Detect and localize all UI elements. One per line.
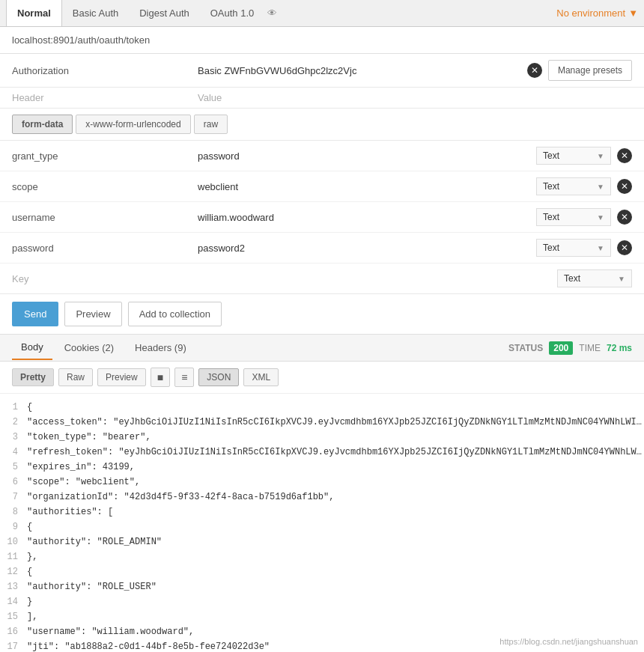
tab-digest-auth[interactable]: Digest Auth <box>129 0 200 26</box>
type-select-grant-type[interactable]: Text ▼ <box>536 147 611 165</box>
chevron-down-icon: ▼ <box>597 183 604 191</box>
list-item: 13 "authority": "ROLE_USER" <box>0 579 644 594</box>
table-row: scope webclient Text ▼ ✕ <box>0 171 644 202</box>
raw-view-button[interactable]: Raw <box>58 368 93 386</box>
tab-headers[interactable]: Headers (9) <box>126 336 195 359</box>
list-item: 12 { <box>0 564 644 579</box>
preview-button[interactable]: Preview <box>64 302 121 326</box>
chevron-down-icon: ▼ <box>597 152 604 160</box>
delete-username-button[interactable]: ✕ <box>617 210 632 225</box>
body-type-tabs: form-data x-www-form-urlencoded raw <box>0 109 644 141</box>
response-toolbar: Pretty Raw Preview ■ ≡ JSON XML <box>0 362 644 394</box>
list-item: 10 "authority": "ROLE_ADMIN" <box>0 534 644 549</box>
chevron-down-icon: ▼ <box>618 275 625 283</box>
tab-raw[interactable]: raw <box>194 115 228 134</box>
action-bar: Send Preview Add to collection <box>0 294 644 335</box>
chevron-down-icon: ▼ <box>597 244 604 252</box>
tab-oauth1[interactable]: OAuth 1.0 <box>200 0 265 26</box>
xml-format-button[interactable]: XML <box>243 368 279 386</box>
list-item: 15 ], <box>0 609 644 624</box>
type-select-scope[interactable]: Text ▼ <box>536 177 611 195</box>
auth-clear-button[interactable]: ✕ <box>527 63 542 78</box>
type-select-username[interactable]: Text ▼ <box>536 208 611 226</box>
square-icon-button[interactable]: ■ <box>151 368 170 387</box>
header-col-value: Value <box>198 92 632 103</box>
tab-body[interactable]: Body <box>12 335 52 360</box>
delete-grant-type-button[interactable]: ✕ <box>617 148 632 163</box>
url-text: localhost:8901/auth/oauth/token <box>12 34 150 46</box>
json-format-button[interactable]: JSON <box>198 368 239 386</box>
tab-cookies[interactable]: Cookies (2) <box>55 336 123 359</box>
field-value-scope[interactable]: webclient <box>198 181 530 192</box>
field-name-key-placeholder[interactable]: Key <box>12 273 279 284</box>
tab-urlencoded[interactable]: x-www-form-urlencoded <box>76 115 190 134</box>
list-item: 9 { <box>0 520 644 534</box>
pretty-view-button[interactable]: Pretty <box>12 368 54 386</box>
table-row: Key Text ▼ <box>0 263 644 293</box>
top-nav: Normal Basic Auth Digest Auth OAuth 1.0 … <box>0 0 644 27</box>
chevron-down-icon: ▼ <box>597 213 604 222</box>
env-label: No environment <box>556 7 625 19</box>
field-value-username[interactable]: william.woodward <box>198 212 530 223</box>
list-item: 7 "organizationId": "42d3d4f5-9f33-42f4-… <box>0 490 644 505</box>
env-chevron-icon: ▼ <box>628 7 638 19</box>
header-row: Header Value <box>0 88 644 109</box>
env-selector[interactable]: No environment ▼ <box>556 7 638 19</box>
manage-presets-button[interactable]: Manage presets <box>548 60 632 81</box>
align-icon-button[interactable]: ≡ <box>174 368 194 387</box>
response-tabs: Body Cookies (2) Headers (9) STATUS 200 … <box>0 335 644 362</box>
status-code: 200 <box>549 341 573 355</box>
field-value-password[interactable]: password2 <box>198 243 530 254</box>
url-bar: localhost:8901/auth/oauth/token <box>0 27 644 54</box>
type-select-key[interactable]: Text ▼ <box>557 269 632 287</box>
list-item: 3 "token_type": "bearer", <box>0 430 644 445</box>
table-row: username william.woodward Text ▼ ✕ <box>0 202 644 233</box>
status-badge: STATUS 200 TIME 72 ms <box>508 341 632 355</box>
eye-icon[interactable]: 👁 <box>267 7 277 19</box>
field-name-grant-type: grant_type <box>12 150 192 162</box>
list-item: 4 "refresh_token": "eyJhbGciOiJIUzI1NiIs… <box>0 445 644 460</box>
list-item: 2 "access_token": "eyJhbGciOiJIUzI1NiIsI… <box>0 415 644 430</box>
field-name-password: password <box>12 243 192 254</box>
table-row: password password2 Text ▼ ✕ <box>0 233 644 263</box>
watermark: https://blog.csdn.net/jiangshuanshuan <box>499 637 638 646</box>
list-item: 6 "scope": "webclient", <box>0 475 644 490</box>
preview-view-button[interactable]: Preview <box>97 368 146 386</box>
tab-normal[interactable]: Normal <box>6 0 62 26</box>
auth-row: Authorization Basic ZWFnbGVWU6dGhpc2lzc2… <box>0 54 644 88</box>
table-row: grant_type password Text ▼ ✕ <box>0 141 644 171</box>
field-name-username: username <box>12 212 192 223</box>
delete-scope-button[interactable]: ✕ <box>617 179 632 194</box>
type-select-password[interactable]: Text ▼ <box>536 239 611 257</box>
field-name-scope: scope <box>12 181 192 192</box>
tab-form-data[interactable]: form-data <box>12 115 73 134</box>
list-item: 1{ <box>0 400 644 415</box>
auth-value: Basic ZWFnbGVWU6dGhpc2lzc2Vjc <box>198 65 521 76</box>
header-col-label: Header <box>12 92 192 103</box>
auth-label: Authorization <box>12 65 192 76</box>
status-label: STATUS <box>508 343 543 353</box>
list-item: 11 }, <box>0 549 644 564</box>
send-button[interactable]: Send <box>12 302 58 326</box>
tab-basic-auth[interactable]: Basic Auth <box>62 0 129 26</box>
field-value-grant-type[interactable]: password <box>198 150 530 162</box>
list-item: 5 "expires_in": 43199, <box>0 460 644 475</box>
add-to-collection-button[interactable]: Add to collection <box>128 302 222 326</box>
json-output: 1{2 "access_token": "eyJhbGciOiJIUzI1NiI… <box>0 394 644 652</box>
form-fields: grant_type password Text ▼ ✕ scope webcl… <box>0 141 644 294</box>
time-value: 72 ms <box>607 343 632 353</box>
time-label: TIME <box>579 343 601 353</box>
delete-password-button[interactable]: ✕ <box>617 240 632 255</box>
list-item: 8 "authorities": [ <box>0 505 644 520</box>
list-item: 14 } <box>0 594 644 609</box>
